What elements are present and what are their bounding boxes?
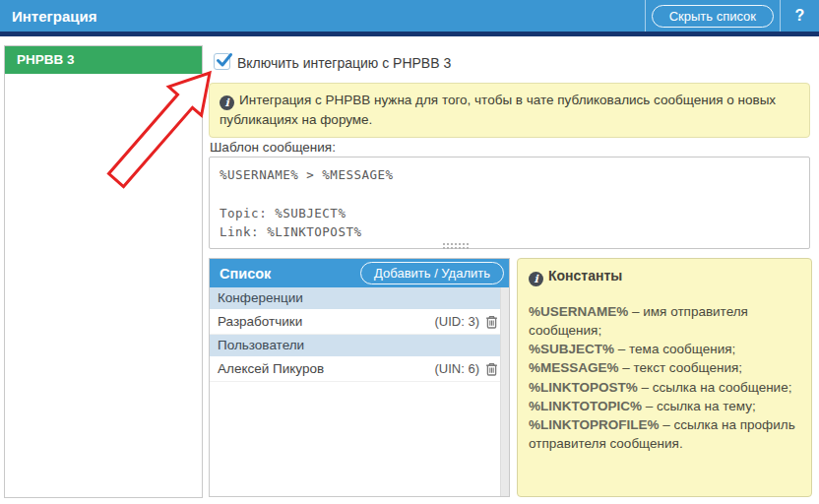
constant-item: %MESSAGE% – текст сообщения;	[529, 358, 800, 377]
page-title: Интеграция	[0, 8, 96, 25]
constant-name: %LINKTOPOST%	[529, 380, 638, 395]
row-id: (UID: 3)	[435, 314, 480, 329]
list-header: Список Добавить / Удалить	[210, 259, 509, 287]
list-panel: Список Добавить / Удалить Конференции Ра…	[209, 258, 510, 497]
constant-item: %SUBJECT% – тема сообщения;	[529, 340, 800, 358]
constant-name: %USERNAME%	[529, 304, 628, 319]
list-row[interactable]: Разработчики (UID: 3)	[210, 309, 509, 335]
list-scrollbar[interactable]	[500, 287, 509, 496]
constant-item: %LINKTOTOPIC% – ссылка на тему;	[529, 397, 800, 415]
template-label: Шаблон сообщения:	[210, 140, 336, 155]
help-button[interactable]: ?	[795, 7, 805, 25]
template-textarea[interactable]: %USERNAME% > %MESSAGE% Topic: %SUBJECT% …	[209, 157, 810, 249]
help-segment: ?	[780, 0, 819, 32]
constants-title: Константы	[548, 268, 622, 284]
constant-desc: – ссылка на сообщение;	[642, 380, 792, 395]
header-bar: Интеграция Скрыть список ?	[0, 0, 819, 36]
list-row[interactable]: Алексей Пикуров (UIN: 6)	[210, 356, 509, 382]
info-text: Интеграция с PHPBB нужна для того, чтобы…	[220, 93, 776, 127]
constant-item: %LINKTOPROFILE% – ссылка на профиль отпр…	[529, 415, 800, 453]
constant-name: %MESSAGE%	[529, 360, 619, 375]
add-remove-button[interactable]: Добавить / Удалить	[360, 262, 504, 284]
hide-list-segment: Скрыть список	[645, 0, 780, 32]
trash-icon[interactable]	[485, 362, 498, 376]
constant-name: %SUBJECT%	[529, 342, 614, 356]
hide-list-button[interactable]: Скрыть список	[652, 5, 774, 28]
row-name: Алексей Пикуров	[218, 361, 324, 376]
sidebar-item-phpbb3[interactable]: PHPBB 3	[5, 46, 202, 74]
constant-name: %LINKTOTOPIC%	[529, 399, 642, 413]
constant-name: %LINKTOPROFILE%	[529, 417, 660, 432]
checkmark-icon	[215, 51, 233, 70]
constant-item: %LINKTOPOST% – ссылка на сообщение;	[529, 378, 800, 397]
info-box: iИнтеграция с PHPBB нужна для того, чтоб…	[209, 83, 810, 138]
enable-integration-checkbox[interactable]	[214, 53, 230, 70]
constant-desc: – текст сообщения;	[622, 360, 742, 375]
list-title: Список	[210, 266, 271, 282]
group-header-conferences: Конференции	[210, 287, 509, 309]
integration-settings-page: Интеграция Скрыть список ? PHPBB 3 Включ…	[0, 0, 819, 504]
trash-icon[interactable]	[485, 315, 498, 329]
info-icon: i	[529, 272, 543, 286]
sidebar-panel: PHPBB 3	[4, 45, 203, 498]
row-name: Разработчики	[218, 314, 302, 329]
textarea-resize-grip[interactable]	[442, 242, 471, 251]
info-icon: i	[220, 95, 234, 110]
constants-header: iКонстанты	[529, 268, 800, 286]
group-header-users: Пользователи	[210, 335, 509, 356]
row-id: (UIN: 6)	[435, 361, 480, 376]
enable-checkbox-label: Включить интеграцию с PHPBB 3	[237, 55, 451, 71]
constants-panel: iКонстанты %USERNAME% – имя отправителя …	[517, 258, 812, 497]
constant-item: %USERNAME% – имя отправителя сообщения;	[529, 302, 800, 340]
constant-desc: – тема сообщения;	[618, 342, 736, 356]
header-actions: Скрыть список ?	[645, 0, 819, 32]
constant-desc: – ссылка на тему;	[646, 399, 756, 413]
